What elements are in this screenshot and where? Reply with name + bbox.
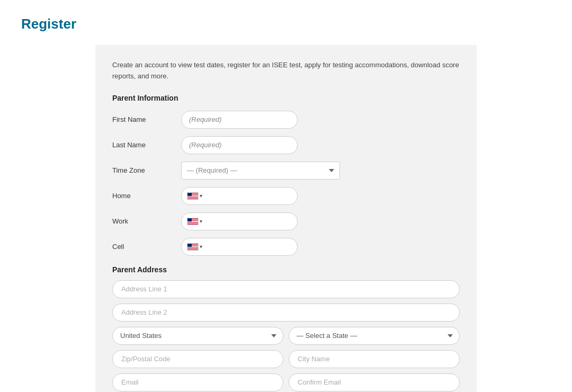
last-name-row: Last Name: [112, 136, 460, 154]
home-flag-chevron: ▾: [200, 193, 202, 199]
city-input[interactable]: [289, 350, 460, 368]
parent-address-section-title: Parent Address: [112, 265, 460, 274]
work-phone-row: Work ▾: [112, 212, 460, 230]
first-name-row: First Name: [112, 111, 460, 129]
work-flag-chevron: ▾: [200, 218, 202, 224]
last-name-label: Last Name: [112, 141, 181, 149]
work-phone-label: Work: [112, 217, 181, 225]
time-zone-row: Time Zone — (Required) —: [112, 162, 460, 180]
country-select[interactable]: United States: [112, 327, 283, 345]
parent-address-section: Parent Address United States — Select a …: [112, 265, 460, 391]
parent-info-section-title: Parent Information: [112, 94, 460, 102]
work-phone-input[interactable]: ▾: [181, 212, 298, 230]
last-name-input[interactable]: [181, 136, 298, 154]
home-phone-label: Home: [112, 192, 181, 200]
address-line1-input[interactable]: [112, 280, 460, 298]
zip-city-row: [112, 350, 460, 368]
work-flag-icon: [187, 218, 199, 225]
page-title: Register: [21, 16, 551, 32]
registration-form-card: Create an account to view test dates, re…: [95, 45, 477, 392]
address-line2-input[interactable]: [112, 304, 460, 322]
description-text: Create an account to view test dates, re…: [112, 60, 460, 82]
cell-phone-row: Cell ▾: [112, 238, 460, 256]
confirm-email-input[interactable]: [289, 373, 460, 391]
state-select[interactable]: — Select a State —: [289, 327, 460, 345]
first-name-input[interactable]: [181, 111, 298, 129]
first-name-label: First Name: [112, 115, 181, 123]
zip-input[interactable]: [112, 350, 283, 368]
home-flag-icon: [187, 192, 199, 200]
cell-flag-icon: [187, 243, 199, 251]
email-row: [112, 373, 460, 391]
cell-flag-chevron: ▾: [200, 244, 202, 250]
country-state-row: United States — Select a State —: [112, 327, 460, 345]
time-zone-label: Time Zone: [112, 166, 181, 174]
cell-phone-label: Cell: [112, 243, 181, 251]
home-phone-row: Home ▾: [112, 187, 460, 205]
cell-phone-input[interactable]: ▾: [181, 238, 298, 256]
email-input[interactable]: [112, 373, 283, 391]
home-phone-input[interactable]: ▾: [181, 187, 298, 205]
time-zone-select[interactable]: — (Required) —: [181, 162, 340, 180]
